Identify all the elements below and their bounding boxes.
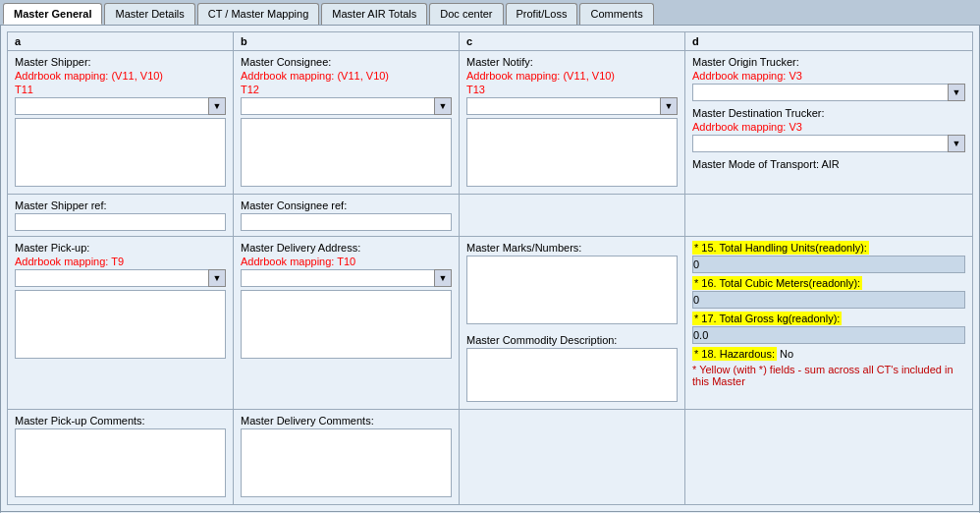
- dest-trucker-dropdown-btn[interactable]: ▼: [948, 135, 965, 152]
- totals-cell: * 15. Total Handling Units(readonly): * …: [685, 237, 972, 409]
- consignee-label: Master Consignee:: [241, 56, 452, 68]
- consignee-ref-label: Master Consignee ref:: [241, 200, 452, 211]
- field15-label: * 15. Total Handling Units(readonly):: [692, 241, 869, 255]
- consignee-dropdown-btn[interactable]: ▼: [434, 97, 452, 115]
- field18-label: * 18. Hazardous:: [692, 347, 777, 361]
- delivery-dropdown-btn[interactable]: ▼: [434, 269, 452, 287]
- consignee-cell: Master Consignee: Addrbook mapping: (V11…: [234, 51, 460, 194]
- pickup-comments-label: Master Pick-up Comments:: [15, 415, 226, 427]
- delivery-comments-textarea[interactable]: [241, 428, 452, 497]
- tab-master-general[interactable]: Master General: [3, 3, 102, 25]
- consignee-textarea[interactable]: [241, 118, 452, 187]
- pickup-cell: Master Pick-up: Addrbook mapping: T9 ▼: [8, 237, 234, 409]
- col-header-a: a: [8, 32, 234, 50]
- dest-trucker-label: Master Destination Trucker:: [692, 107, 965, 119]
- marks-textarea[interactable]: [466, 256, 678, 324]
- delivery-comments-cell: Master Delivery Comments:: [234, 410, 460, 504]
- shipper-dropdown-input[interactable]: [15, 97, 208, 115]
- col-header-c: c: [460, 32, 685, 50]
- shipper-ref-input[interactable]: [15, 213, 226, 231]
- dest-trucker-input[interactable]: [692, 135, 948, 152]
- shipper-label: Master Shipper:: [15, 56, 226, 68]
- delivery-comments-label: Master Delivery Comments:: [241, 415, 452, 427]
- transport-label: Master Mode of Transport: AIR: [692, 158, 965, 170]
- delivery-dropdown-input[interactable]: [241, 269, 434, 287]
- consignee-ref-cell: Master Consignee ref:: [234, 195, 460, 236]
- commodity-textarea[interactable]: [466, 348, 678, 402]
- marks-cell: Master Marks/Numbers: Master Commodity D…: [460, 237, 685, 409]
- field15-input: [692, 256, 965, 273]
- delivery-cell: Master Delivery Address: Addrbook mappin…: [234, 237, 460, 409]
- notify-label: Master Notify:: [466, 56, 678, 68]
- notify-cell: Master Notify: Addrbook mapping: (V11, V…: [460, 51, 685, 194]
- col-header-b: b: [234, 32, 460, 50]
- consignee-addrbook: Addrbook mapping: (V11, V10): [241, 70, 452, 82]
- trucker-cell: Master Origin Trucker: Addrbook mapping:…: [685, 51, 972, 194]
- origin-trucker-addrbook: Addrbook mapping: V3: [692, 70, 965, 82]
- shipper-dropdown-btn[interactable]: ▼: [208, 97, 226, 115]
- tab-ct-master-mapping[interactable]: CT / Master Mapping: [197, 3, 320, 25]
- tab-comments[interactable]: Comments: [579, 3, 653, 25]
- pickup-label: Master Pick-up:: [15, 242, 226, 254]
- shipper-ref-label: Master Shipper ref:: [15, 200, 226, 211]
- col-header-d: d: [685, 32, 972, 50]
- consignee-dropdown-input[interactable]: [241, 97, 434, 115]
- pickup-addrbook: Addrbook mapping: T9: [15, 256, 226, 267]
- origin-trucker-dropdown-btn[interactable]: ▼: [948, 84, 965, 101]
- field17-input: [692, 326, 965, 344]
- field16-label: * 16. Total Cubic Meters(readonly):: [692, 276, 862, 290]
- dest-trucker-addrbook: Addrbook mapping: V3: [692, 121, 965, 133]
- consignee-ref-input[interactable]: [241, 213, 452, 231]
- notify-dropdown-btn[interactable]: ▼: [660, 97, 678, 115]
- tabs-bar: Master General Master Details CT / Maste…: [0, 0, 980, 25]
- ref-empty-d: [685, 195, 972, 236]
- tab-master-details[interactable]: Master Details: [104, 3, 194, 25]
- ref-empty-c: [460, 195, 685, 236]
- pickup-dropdown-input[interactable]: [15, 269, 208, 287]
- origin-trucker-input[interactable]: [692, 84, 948, 101]
- shipper-ref-cell: Master Shipper ref:: [8, 195, 234, 236]
- yellow-note: * Yellow (with *) fields - sum across al…: [692, 364, 965, 387]
- commodity-label: Master Commodity Description:: [466, 334, 678, 346]
- delivery-textarea[interactable]: [241, 290, 452, 359]
- pickup-comments-cell: Master Pick-up Comments:: [8, 410, 234, 504]
- notify-dropdown-input[interactable]: [466, 97, 660, 115]
- notify-textarea[interactable]: [466, 118, 678, 187]
- delivery-label: Master Delivery Address:: [241, 242, 452, 254]
- tab-doc-center[interactable]: Doc center: [429, 3, 503, 25]
- main-content: a b c d Master Shipper: Addrbook mapping…: [0, 25, 980, 512]
- shipper-textarea[interactable]: [15, 118, 226, 187]
- pickup-textarea[interactable]: [15, 290, 226, 359]
- marks-label: Master Marks/Numbers:: [466, 242, 678, 254]
- pickup-comments-textarea[interactable]: [15, 428, 226, 497]
- delivery-addrbook: Addrbook mapping: T10: [241, 256, 452, 267]
- field16-input: [692, 291, 965, 309]
- totals-bottom-empty: [685, 410, 972, 504]
- shipper-code: T11: [15, 84, 226, 95]
- shipper-addrbook: Addrbook mapping: (V11, V10): [15, 70, 226, 82]
- field17-label: * 17. Total Gross kg(readonly):: [692, 312, 842, 325]
- origin-trucker-label: Master Origin Trucker:: [692, 56, 965, 68]
- commodity-cell-empty: [460, 410, 685, 504]
- consignee-code: T12: [241, 84, 452, 95]
- notify-code: T13: [466, 84, 678, 95]
- tab-master-air-totals[interactable]: Master AIR Totals: [321, 3, 427, 25]
- shipper-cell: Master Shipper: Addrbook mapping: (V11, …: [8, 51, 234, 194]
- notify-addrbook: Addrbook mapping: (V11, V10): [466, 70, 678, 82]
- field18-value: No: [780, 348, 793, 360]
- pickup-dropdown-btn[interactable]: ▼: [208, 269, 226, 287]
- tab-profit-loss[interactable]: Profit/Loss: [506, 3, 578, 25]
